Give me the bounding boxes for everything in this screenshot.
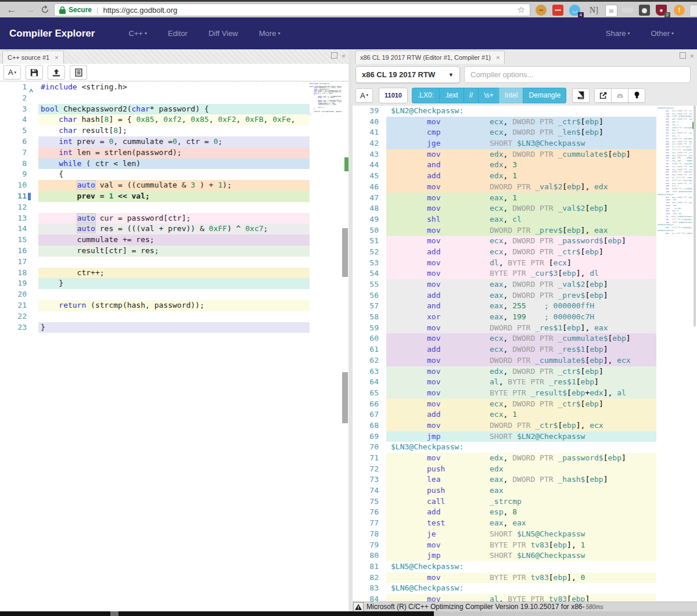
source-line[interactable]: 16 result[ctr] = res;: [0, 246, 348, 257]
asm-line[interactable]: 56addeax, DWORD PTR _prev$[ebp]: [353, 290, 656, 301]
asm-minimap[interactable]: $LN2@Checkpassw: mov ecx, DWORD PTR _ctr…: [656, 106, 692, 601]
nav-item-language[interactable]: C++▾: [128, 29, 147, 38]
source-line[interactable]: 18 ctr++;: [0, 268, 348, 279]
asm-line[interactable]: 60movecx, DWORD PTR _cummulate$[ebp]: [353, 333, 656, 344]
source-line[interactable]: 8 while ( ctr < len): [0, 158, 348, 170]
source-overview-ruler[interactable]: [342, 82, 348, 611]
asm-scrollbar[interactable]: [692, 106, 697, 601]
source-line[interactable]: 10 auto val = ((cummulate & 3 ) + 1);: [0, 180, 348, 191]
filter-comments-button[interactable]: //: [464, 88, 479, 103]
source-line[interactable]: 22: [0, 311, 348, 322]
source-line[interactable]: 3bool Checkpassword2(char* password) {: [0, 104, 348, 115]
asm-line[interactable]: 73leaeax, DWORD PTR _hash$[ebp]: [353, 474, 656, 485]
asm-line[interactable]: 68movDWORD PTR _ctr$[ebp], ecx: [353, 420, 656, 431]
source-minimap[interactable]: #include <string.h> bool Checkpassword2(…: [310, 82, 342, 611]
asm-line[interactable]: 82movBYTE PTR tv83[ebp], 0: [353, 572, 656, 583]
url-bar[interactable]: Secure | https://gcc.godbolt.org ☆: [54, 3, 530, 16]
horizontal-scrollbar[interactable]: [0, 611, 697, 616]
pill-extension-icon[interactable]: [622, 8, 633, 13]
font-size-button[interactable]: A▾: [355, 88, 373, 103]
asm-line[interactable]: 62movDWORD PTR _cummulate$[ebp], ecx: [353, 355, 656, 366]
asm-line[interactable]: 63movedx, DWORD PTR _ctr$[ebp]: [353, 366, 656, 377]
filter-whitespace-button[interactable]: \s+: [478, 88, 499, 103]
list-button[interactable]: [70, 65, 87, 80]
maximize-icon[interactable]: [680, 52, 686, 60]
font-size-button[interactable]: A▾: [3, 65, 21, 80]
asm-line[interactable]: 65movBYTE PTR _result$[ebp+edx], al: [353, 388, 656, 399]
nav-item-diff-view[interactable]: Diff View: [209, 29, 238, 38]
browser-reload-icon[interactable]: [41, 3, 55, 19]
filter-demangle-button[interactable]: Demangle: [523, 88, 566, 103]
source-line[interactable]: 6 int prev = 0, cummulate =0, ctr = 0;: [0, 136, 348, 147]
nav-item-share[interactable]: Share▾: [606, 29, 630, 38]
asm-line[interactable]: 74pusheax: [353, 485, 656, 496]
filter-intel-button[interactable]: Intel: [499, 88, 524, 103]
nav-item-editor[interactable]: Editor: [168, 29, 188, 38]
alert-extension-icon[interactable]: !: [674, 5, 685, 16]
source-line[interactable]: 17: [0, 257, 348, 268]
source-code-editor[interactable]: 1#include <string.h>23bool Checkpassword…: [0, 82, 348, 611]
scrollbar-thumb[interactable]: [694, 106, 696, 326]
source-line[interactable]: 19 }: [0, 278, 348, 289]
lightbulb-button[interactable]: [628, 88, 645, 103]
source-line[interactable]: 4 char hash[8] = { 0x85, 0xf2, 0x85, 0xF…: [0, 114, 348, 125]
asm-line[interactable]: 43movedx, DWORD PTR _cummulate$[ebp]: [353, 149, 656, 160]
gauge-button[interactable]: [611, 88, 628, 103]
asm-line[interactable]: 70$LN3@Checkpassw:: [353, 442, 656, 453]
load-button[interactable]: [48, 65, 65, 80]
asm-line[interactable]: 42jgeSHORT $LN3@Checkpassw: [353, 138, 656, 149]
asm-line[interactable]: 84moval, BYTE PTR tv83[ebp]: [353, 594, 656, 601]
password-extension-icon[interactable]: •••: [552, 5, 563, 16]
cookie-extension-icon[interactable]: ••: [536, 5, 547, 16]
source-line[interactable]: 13 auto cur = password[ctr];: [0, 213, 348, 224]
asm-line[interactable]: 77testeax, eax: [353, 518, 656, 529]
asm-line[interactable]: 76addesp, 8: [353, 507, 656, 518]
asm-line[interactable]: 83$LN6@Checkpassw:: [353, 583, 656, 594]
browser-forward-icon[interactable]: →: [23, 3, 37, 17]
close-icon[interactable]: ×: [496, 54, 500, 61]
asm-line[interactable]: 61addecx, DWORD PTR _res$1[ebp]: [353, 344, 656, 355]
fold-caret-icon[interactable]: ^: [29, 88, 33, 96]
asm-line[interactable]: 47moveax, 1: [353, 193, 656, 204]
asm-line[interactable]: 53movdl, BYTE PTR [ecx]: [353, 258, 656, 269]
save-button[interactable]: [26, 65, 43, 80]
asm-line[interactable]: 45addedx, 1: [353, 171, 656, 182]
nav-item-more[interactable]: More▾: [259, 29, 281, 38]
asm-line[interactable]: 46movDWORD PTR _val$2[ebp], edx: [353, 182, 656, 193]
asm-line[interactable]: 78jeSHORT $LN5@Checkpassw: [353, 529, 656, 540]
asm-line[interactable]: 80jmpSHORT $LN6@Checkpassw: [353, 550, 656, 561]
browser-back-icon[interactable]: ←: [5, 3, 19, 17]
close-icon[interactable]: ×: [55, 54, 58, 61]
asm-code-editor[interactable]: 39$LN2@Checkpassw:40movecx, DWORD PTR _c…: [353, 106, 656, 601]
shield-extension-icon[interactable]: ●2: [656, 5, 667, 16]
asm-line[interactable]: 44andedx, 3: [353, 160, 656, 171]
filter-directives-button[interactable]: .text: [439, 88, 464, 103]
source-line[interactable]: 14 auto res = (((val + prev)) & 0xFF) ^ …: [0, 224, 348, 235]
ghost-extension-icon[interactable]: ◡4: [569, 5, 580, 16]
asm-line[interactable]: 51movecx, DWORD PTR _password$[ebp]: [353, 236, 656, 247]
source-line[interactable]: 9 {: [0, 169, 348, 180]
source-line[interactable]: 15 cummulate += res;: [0, 235, 348, 246]
asm-line[interactable]: 41cmpecx, DWORD PTR _len$[ebp]: [353, 127, 656, 138]
asm-line[interactable]: 79movBYTE PTR tv83[ebp], 1: [353, 540, 656, 551]
nav-item-other[interactable]: Other▾: [651, 29, 674, 38]
asm-line[interactable]: 64moval, BYTE PTR _res$1[ebp]: [353, 377, 656, 388]
document-extension-icon[interactable]: ▤: [605, 5, 617, 17]
asm-line[interactable]: 69jmpSHORT $LN2@Checkpassw: [353, 431, 656, 442]
asm-line[interactable]: 52addecx, DWORD PTR _ctr$[ebp]: [353, 247, 656, 258]
close-pane-icon[interactable]: ×: [690, 52, 694, 60]
asm-line[interactable]: 49shleax, cl: [353, 214, 656, 225]
tab-compiler-output[interactable]: x86 CL 19 2017 RTW (Editor #1, Compiler …: [355, 51, 505, 64]
asm-line[interactable]: 71movedx, DWORD PTR _password$[ebp]: [353, 453, 656, 464]
camera-extension-icon[interactable]: [639, 5, 650, 16]
asm-line[interactable]: 54movBYTE PTR _cur$3[ebp], dl: [353, 268, 656, 279]
source-line[interactable]: 5 char result[8];: [0, 125, 348, 136]
asm-line[interactable]: 75call_strcmp: [353, 496, 656, 507]
bookmark-star-icon[interactable]: ☆: [518, 5, 525, 15]
source-line[interactable]: 7 int len = strlen(password);: [0, 147, 348, 158]
compiler-select[interactable]: x86 CL 19 2017 RTW ▼: [355, 66, 460, 83]
asm-line[interactable]: 39$LN2@Checkpassw:: [353, 106, 656, 117]
source-line[interactable]: 1#include <string.h>: [0, 82, 348, 93]
source-line[interactable]: 20: [0, 289, 348, 300]
pane-divider[interactable]: [348, 49, 353, 611]
